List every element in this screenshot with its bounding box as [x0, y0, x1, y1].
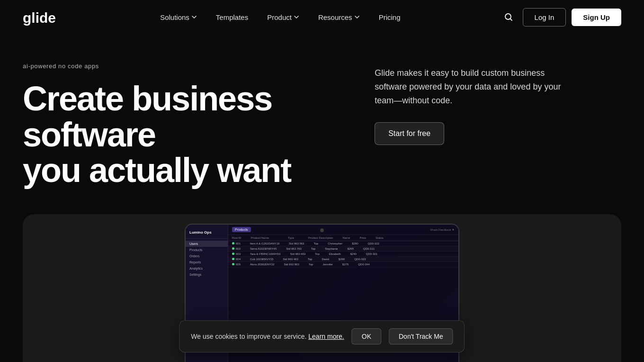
chevron-down-icon	[354, 14, 360, 20]
sidebar-item-users[interactable]: Users	[186, 241, 228, 247]
sidebar-item-settings[interactable]: Settings	[186, 272, 228, 278]
nav-links: Solutions Templates Product Resources	[152, 9, 408, 25]
cookie-dont-track-button[interactable]: Don't Track Me	[389, 328, 453, 344]
nav-item-resources[interactable]: Resources	[311, 9, 367, 25]
nav-item-pricing[interactable]: Pricing	[371, 9, 408, 25]
logo[interactable]: glide	[23, 8, 61, 27]
sidebar-item-orders[interactable]: Orders	[186, 253, 228, 259]
cookie-ok-button[interactable]: OK	[352, 328, 381, 344]
app-actions: Share Feedback ▼	[430, 228, 455, 231]
sidebar-item-reports[interactable]: Reports	[186, 259, 228, 265]
hero-left: AI-powered no code apps Create business …	[23, 63, 352, 195]
chevron-down-icon	[191, 14, 197, 20]
navbar: glide Solutions Templates Product	[0, 0, 644, 34]
svg-point-1	[505, 14, 511, 19]
start-free-button[interactable]: Start for free	[375, 122, 444, 145]
table-row: 003 Tara & FBRNC1099YD3 Std 963 663 Top …	[228, 252, 458, 257]
signup-button[interactable]: Sign Up	[572, 9, 621, 26]
hero-title: Create business software you actually wa…	[23, 81, 352, 189]
cookie-banner: We use cookies to improve our service. L…	[179, 320, 465, 353]
app-logo: Lumino Ops	[186, 228, 228, 239]
app-active-tab[interactable]: Products	[232, 227, 251, 232]
cookie-learn-more[interactable]: Learn more.	[308, 333, 344, 340]
cookie-text: We use cookies to improve our service. L…	[191, 333, 344, 340]
search-icon	[504, 12, 513, 22]
sidebar-item-products[interactable]: Products	[186, 247, 228, 253]
hero-description: Glide makes it easy to build custom busi…	[375, 66, 573, 107]
search-button[interactable]	[500, 9, 517, 26]
logo-icon: glide	[23, 8, 61, 27]
hero-section: AI-powered no code apps Create business …	[0, 34, 644, 195]
table-row: 002 Serra A1923FNRY45 Std 963 763 Top St…	[228, 246, 458, 252]
nav-item-product[interactable]: Product	[259, 9, 307, 25]
table-row: 004 Cob 1023RNVY15 Std 963 463 Top David…	[228, 257, 458, 262]
table-row: 001 Item A & G202DANY19 Std 963 563 Top …	[228, 241, 458, 246]
svg-text:glide: glide	[23, 10, 56, 26]
laptop-camera	[320, 228, 324, 232]
nav-actions: Log In Sign Up	[500, 8, 621, 27]
chevron-down-icon	[294, 14, 299, 20]
nav-item-solutions[interactable]: Solutions	[152, 9, 205, 25]
app-table-header: Row ID Product Name Type Product Descrip…	[228, 235, 458, 241]
hero-right: Glide makes it easy to build custom busi…	[352, 63, 621, 195]
hero-badge: AI-powered no code apps	[23, 63, 352, 70]
nav-item-templates[interactable]: Templates	[208, 9, 256, 25]
login-button[interactable]: Log In	[523, 8, 566, 27]
sidebar-item-analytics[interactable]: Analytics	[186, 265, 228, 272]
table-row: 005 Alora 2038JDNY22 Std 963 863 Top Jen…	[228, 262, 458, 267]
app-topbar: Products Share Feedback ▼	[228, 225, 458, 235]
